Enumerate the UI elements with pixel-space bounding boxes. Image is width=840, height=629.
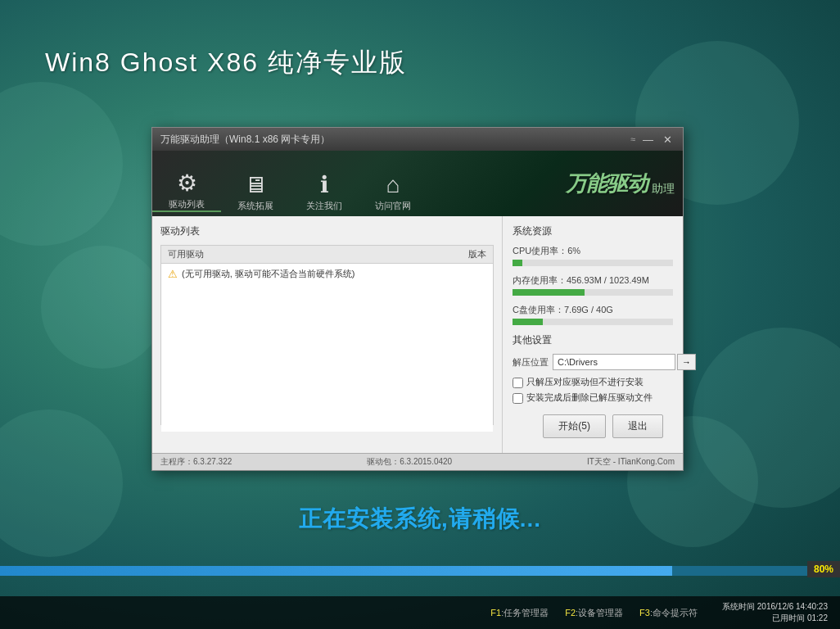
home-icon: ⌂: [386, 174, 400, 197]
path-browse-button[interactable]: →: [677, 354, 696, 370]
gear-icon: ⚙: [177, 172, 197, 195]
driver-table-header: 可用驱动 版本: [161, 246, 493, 264]
start-button[interactable]: 开始(5): [543, 414, 606, 438]
checkbox-delete-after[interactable]: [513, 393, 523, 404]
logo-sub: 助理: [652, 182, 675, 198]
wifi-icon: ≈: [630, 134, 635, 144]
disk-progress-fill: [513, 319, 543, 325]
main-window: 万能驱动助理（Win8.1 x86 网卡专用） ≈ — ✕ ⚙ 驱动列表 🖥 系…: [151, 127, 684, 471]
driver-warning-row: ⚠ (无可用驱动, 驱动可能不适合当前硬件系统): [161, 264, 493, 284]
title-bar-controls: ≈ — ✕: [630, 134, 675, 145]
other-settings-title: 其他设置: [513, 333, 673, 347]
fn-keys: F1:任务管理器 F2:设备管理器 F3:命令提示符: [490, 607, 698, 619]
col-driver-version: 版本: [421, 248, 486, 260]
taskbar-time: 系统时间 2016/12/6 14:40:23 已用时间 01:22: [722, 601, 828, 624]
cpu-progress-bg: [513, 260, 673, 266]
installing-text: 正在安装系统,请稍候...: [0, 504, 840, 535]
memory-progress-fill: [513, 289, 585, 296]
memory-label: 内存使用率：456.93M / 1023.49M: [513, 274, 673, 287]
toolbar-driver-list-label: 驱动列表: [169, 198, 205, 210]
window-title: 万能驱动助理（Win8.1 x86 网卡专用）: [160, 133, 330, 147]
desktop-title: Win8 Ghost X86 纯净专业版: [45, 45, 407, 81]
toolbar-driver-list[interactable]: ⚙ 驱动列表: [152, 172, 221, 212]
right-panel: 系统资源 CPU使用率：6% 内存使用率：456.93M / 1023.49M: [503, 216, 683, 453]
toolbar-about[interactable]: ℹ 关注我们: [290, 174, 359, 212]
disk-resource: C盘使用率：7.69G / 40G: [513, 304, 673, 325]
checkbox-extract-only-label: 只解压对应驱动但不进行安装: [526, 377, 644, 388]
toolbar: ⚙ 驱动列表 🖥 系统拓展 ℹ 关注我们 ⌂ 访问官网 万能驱动 助理: [152, 151, 683, 216]
path-row: 解压位置 →: [513, 354, 673, 370]
bottom-progress-fill: [0, 566, 672, 576]
col-driver-name: 可用驱动: [168, 248, 421, 260]
checkbox-extract-only[interactable]: [513, 378, 523, 388]
driver-table: 可用驱动 版本 ⚠ (无可用驱动, 驱动可能不适合当前硬件系统): [160, 245, 494, 425]
bg-blob-3: [0, 410, 123, 557]
fn1-key: F1:任务管理器: [490, 607, 549, 619]
path-input[interactable]: [553, 354, 675, 370]
title-bar: 万能驱动助理（Win8.1 x86 网卡专用） ≈ — ✕: [152, 128, 683, 151]
toolbar-about-label: 关注我们: [306, 200, 342, 212]
driver-empty-area: [161, 284, 493, 432]
content-area: 驱动列表 可用驱动 版本 ⚠ (无可用驱动, 驱动可能不适合当前硬件系统) 系统…: [152, 216, 683, 453]
bg-blob-1: [0, 82, 123, 246]
driver-pack-version: 驱动包：6.3.2015.0420: [367, 456, 452, 468]
toolbar-system-expand[interactable]: 🖥 系统拓展: [221, 174, 290, 212]
brand-text: IT天空 - ITianKong.Com: [587, 456, 675, 468]
driver-warning-text: (无可用驱动, 驱动可能不适合当前硬件系统): [182, 268, 355, 280]
warning-icon: ⚠: [168, 268, 178, 280]
memory-resource: 内存使用率：456.93M / 1023.49M: [513, 274, 673, 296]
checkbox-row-2: 安装完成后删除已解压驱动文件: [513, 392, 673, 404]
exit-button[interactable]: 退出: [612, 414, 663, 438]
fn2-key: F2:设备管理器: [565, 607, 623, 619]
toolbar-visit-site-label: 访问官网: [375, 200, 411, 212]
checkbox-delete-after-label: 安装完成后删除已解压驱动文件: [526, 392, 653, 404]
path-label: 解压位置: [513, 356, 549, 369]
taskbar: F1:任务管理器 F2:设备管理器 F3:命令提示符 系统时间 2016/12/…: [0, 596, 840, 629]
progress-badge: 80%: [807, 561, 840, 577]
checkbox-row-1: 只解压对应驱动但不进行安装: [513, 377, 673, 388]
close-button[interactable]: ✕: [661, 134, 675, 145]
toolbar-visit-site[interactable]: ⌂ 访问官网: [359, 174, 427, 212]
info-icon: ℹ: [320, 174, 329, 197]
action-buttons: 开始(5) 退出: [513, 408, 673, 445]
cpu-progress-fill: [513, 260, 522, 266]
main-version: 主程序：6.3.27.322: [160, 456, 232, 468]
bottom-progress-bar: 80%: [0, 566, 840, 576]
used-time: 已用时间 01:22: [772, 613, 828, 624]
disk-progress-bg: [513, 319, 673, 325]
monitor-icon: 🖥: [244, 174, 267, 197]
system-time: 系统时间 2016/12/6 14:40:23: [722, 601, 828, 613]
system-resources-title: 系统资源: [513, 224, 673, 238]
minimize-button[interactable]: —: [640, 134, 656, 145]
left-panel: 驱动列表 可用驱动 版本 ⚠ (无可用驱动, 驱动可能不适合当前硬件系统): [152, 216, 503, 453]
disk-label: C盘使用率：7.69G / 40G: [513, 304, 673, 316]
memory-progress-bg: [513, 289, 673, 296]
fn3-key: F3:命令提示符: [639, 607, 698, 619]
cpu-label: CPU使用率：6%: [513, 245, 673, 257]
status-bar: 主程序：6.3.27.322 驱动包：6.3.2015.0420 IT天空 - …: [152, 453, 683, 470]
app-logo: 万能驱动 助理: [566, 170, 675, 198]
cpu-resource: CPU使用率：6%: [513, 245, 673, 266]
logo-text: 万能驱动: [566, 170, 648, 198]
bg-blob-5: [693, 328, 840, 508]
bg-blob-2: [41, 246, 164, 369]
driver-list-title: 驱动列表: [160, 224, 494, 238]
toolbar-system-expand-label: 系统拓展: [237, 200, 273, 212]
